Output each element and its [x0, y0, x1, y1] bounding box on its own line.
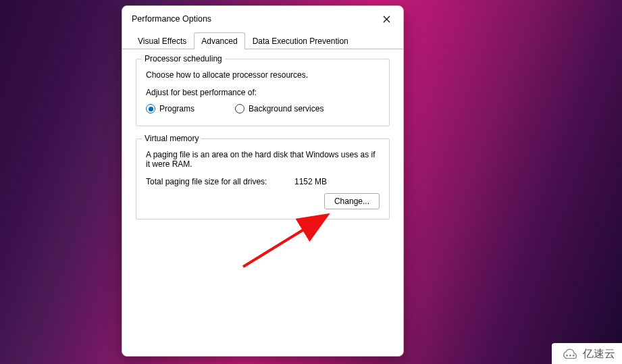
radio-background-services[interactable]: Background services [235, 104, 323, 113]
vm-total-row: Total paging file size for all drives: 1… [146, 177, 380, 186]
radio-dot-icon [146, 104, 155, 113]
watermark: 亿速云 [552, 343, 622, 364]
watermark-text: 亿速云 [583, 347, 615, 361]
performance-options-dialog: Performance Options Visual Effects Advan… [122, 5, 404, 357]
tab-advanced[interactable]: Advanced [194, 32, 244, 49]
vm-total-value: 1152 MB [294, 177, 327, 186]
svg-point-3 [573, 355, 575, 357]
close-button[interactable] [376, 11, 396, 26]
tab-strip: Visual Effects Advanced Data Execution P… [122, 32, 403, 49]
change-button[interactable]: Change... [324, 193, 380, 209]
virtual-memory-group: Virtual memory A paging file is an area … [136, 138, 390, 219]
close-icon [383, 16, 390, 23]
processor-radio-row: Programs Background services [146, 104, 380, 113]
vm-desc: A paging file is an area on the hard dis… [146, 150, 380, 169]
processor-scheduling-group: Processor scheduling Choose how to alloc… [136, 59, 390, 126]
svg-point-1 [566, 355, 568, 357]
radio-dot-icon [235, 104, 244, 113]
cloud-icon [560, 348, 579, 361]
processor-desc: Choose how to allocate processor resourc… [146, 70, 380, 80]
svg-point-2 [569, 355, 571, 357]
processor-legend: Processor scheduling [142, 54, 225, 63]
radio-programs-label: Programs [159, 104, 195, 113]
tab-visual-effects[interactable]: Visual Effects [130, 32, 194, 49]
tab-dep[interactable]: Data Execution Prevention [245, 32, 356, 49]
radio-programs[interactable]: Programs [146, 104, 195, 113]
vm-total-label: Total paging file size for all drives: [146, 177, 294, 186]
vm-legend: Virtual memory [142, 134, 201, 143]
radio-background-label: Background services [249, 104, 323, 113]
titlebar: Performance Options [122, 6, 403, 30]
dialog-title: Performance Options [132, 14, 211, 24]
tab-content: Processor scheduling Choose how to alloc… [122, 49, 403, 241]
adjust-label: Adjust for best performance of: [146, 88, 380, 97]
